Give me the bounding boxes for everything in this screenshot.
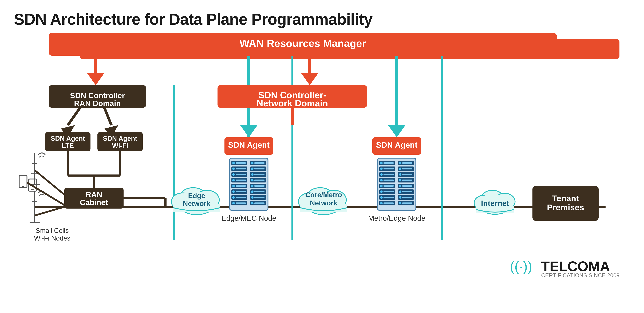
svg-rect-76 bbox=[236, 174, 246, 175]
svg-point-93 bbox=[251, 162, 254, 164]
svg-point-72 bbox=[232, 167, 235, 170]
svg-point-146 bbox=[380, 185, 383, 187]
main-title: SDN Architecture for Data Plane Programm… bbox=[14, 10, 630, 28]
svg-marker-129 bbox=[388, 125, 406, 137]
svg-point-114 bbox=[251, 202, 254, 204]
svg-rect-109 bbox=[254, 191, 264, 192]
svg-text:Network Domain: Network Domain bbox=[257, 98, 328, 108]
svg-text:Internet: Internet bbox=[481, 199, 509, 207]
wan-bar-text: WAN Resources Manager bbox=[240, 37, 366, 49]
svg-text:Network: Network bbox=[310, 199, 338, 207]
diagram-svg: WAN Resources Manager SDN Controller RAN… bbox=[14, 31, 630, 285]
svg-text:Premises: Premises bbox=[547, 203, 584, 212]
svg-point-173 bbox=[399, 190, 402, 193]
svg-point-87 bbox=[232, 196, 235, 199]
svg-point-176 bbox=[399, 196, 402, 199]
svg-rect-70 bbox=[236, 162, 246, 164]
svg-text:Wi-Fi Nodes: Wi-Fi Nodes bbox=[34, 235, 70, 242]
svg-rect-73 bbox=[236, 168, 246, 169]
svg-point-155 bbox=[380, 202, 383, 204]
svg-text:SDN Agent: SDN Agent bbox=[376, 141, 418, 150]
svg-point-152 bbox=[380, 196, 383, 199]
svg-text:SDN Agent: SDN Agent bbox=[228, 141, 270, 150]
svg-rect-159 bbox=[402, 162, 412, 164]
svg-rect-100 bbox=[254, 174, 264, 175]
svg-point-179 bbox=[399, 202, 402, 204]
svg-rect-94 bbox=[254, 162, 264, 164]
svg-rect-91 bbox=[236, 202, 246, 204]
svg-point-137 bbox=[380, 167, 383, 170]
svg-text:Edge/MEC Node: Edge/MEC Node bbox=[221, 214, 276, 222]
svg-text:Network: Network bbox=[183, 200, 210, 207]
svg-point-167 bbox=[399, 179, 402, 181]
svg-point-140 bbox=[380, 173, 383, 176]
svg-rect-85 bbox=[236, 191, 246, 192]
svg-text:Cabinet: Cabinet bbox=[80, 198, 108, 207]
svg-rect-141 bbox=[384, 174, 394, 175]
svg-text:Small Cells: Small Cells bbox=[36, 227, 69, 234]
svg-text:((·)): ((·)) bbox=[510, 259, 532, 274]
svg-point-161 bbox=[399, 167, 402, 170]
svg-text:RAN Domain: RAN Domain bbox=[74, 99, 121, 108]
svg-rect-115 bbox=[254, 202, 264, 204]
svg-rect-153 bbox=[384, 197, 394, 198]
svg-point-81 bbox=[232, 185, 235, 187]
svg-point-143 bbox=[380, 179, 383, 181]
svg-rect-97 bbox=[254, 168, 264, 169]
svg-point-99 bbox=[251, 173, 254, 176]
svg-rect-103 bbox=[254, 179, 264, 181]
svg-rect-144 bbox=[384, 179, 394, 181]
svg-rect-168 bbox=[402, 179, 412, 181]
svg-text:SDN Agent: SDN Agent bbox=[51, 135, 85, 142]
svg-point-96 bbox=[251, 167, 254, 170]
svg-text:SDN Agent: SDN Agent bbox=[103, 135, 137, 142]
svg-text:CERTIFICATIONS SINCE 2009: CERTIFICATIONS SINCE 2009 bbox=[541, 272, 620, 278]
svg-rect-37 bbox=[19, 175, 27, 188]
svg-point-134 bbox=[380, 162, 383, 164]
svg-rect-135 bbox=[384, 162, 394, 164]
svg-text:Metro/Edge Node: Metro/Edge Node bbox=[368, 214, 425, 222]
svg-text:TELCOMA: TELCOMA bbox=[541, 259, 610, 274]
svg-rect-147 bbox=[384, 185, 394, 187]
svg-point-90 bbox=[232, 202, 235, 204]
svg-text:LTE: LTE bbox=[62, 142, 74, 150]
svg-text:Wi-Fi: Wi-Fi bbox=[112, 142, 128, 150]
svg-rect-171 bbox=[402, 185, 412, 187]
svg-rect-162 bbox=[402, 168, 412, 169]
svg-line-41 bbox=[35, 170, 64, 195]
svg-point-84 bbox=[232, 190, 235, 193]
svg-text:Edge: Edge bbox=[188, 192, 205, 199]
svg-point-105 bbox=[251, 185, 254, 187]
svg-point-158 bbox=[399, 162, 402, 164]
svg-text:RAN: RAN bbox=[86, 190, 102, 199]
svg-rect-79 bbox=[236, 179, 246, 181]
svg-rect-112 bbox=[254, 197, 264, 198]
svg-rect-88 bbox=[236, 197, 246, 198]
svg-point-111 bbox=[251, 196, 254, 199]
svg-rect-150 bbox=[384, 191, 394, 192]
svg-line-10 bbox=[104, 108, 111, 125]
svg-line-42 bbox=[35, 207, 64, 215]
page-container: SDN Architecture for Data Plane Programm… bbox=[0, 0, 644, 313]
svg-rect-156 bbox=[384, 202, 394, 204]
svg-point-149 bbox=[380, 190, 383, 193]
svg-marker-4 bbox=[301, 73, 318, 85]
svg-text:Core/Metro: Core/Metro bbox=[305, 191, 342, 199]
svg-point-69 bbox=[232, 162, 235, 164]
svg-point-108 bbox=[251, 190, 254, 193]
svg-point-78 bbox=[232, 179, 235, 181]
svg-point-170 bbox=[399, 185, 402, 187]
svg-rect-106 bbox=[254, 185, 264, 187]
svg-rect-180 bbox=[402, 202, 412, 204]
svg-point-75 bbox=[232, 173, 235, 176]
svg-point-164 bbox=[399, 173, 402, 176]
svg-rect-82 bbox=[236, 185, 246, 187]
svg-text:SDN Controller: SDN Controller bbox=[70, 91, 125, 100]
svg-rect-165 bbox=[402, 174, 412, 175]
svg-line-8 bbox=[68, 108, 80, 125]
svg-rect-174 bbox=[402, 191, 412, 192]
svg-rect-138 bbox=[384, 168, 394, 169]
svg-point-102 bbox=[251, 179, 254, 181]
svg-text:Tenant: Tenant bbox=[552, 194, 579, 203]
svg-rect-177 bbox=[402, 197, 412, 198]
